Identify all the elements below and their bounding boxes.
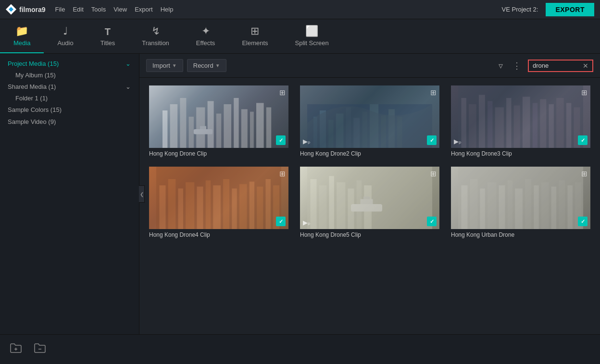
- content-area: Import ▼ Record ▼ ▿ ⋮ ✕: [139, 54, 600, 334]
- add-folder-button[interactable]: [8, 341, 24, 358]
- svg-rect-0: [162, 110, 167, 148]
- tab-transition-label: Transition: [142, 39, 169, 47]
- import-label: Import: [152, 62, 170, 69]
- svg-rect-69: [462, 185, 468, 229]
- tab-titles[interactable]: T Titles: [87, 27, 129, 53]
- svg-rect-73: [499, 185, 505, 229]
- sidebar-sample-colors-label: Sample Colors (15): [8, 106, 131, 113]
- svg-rect-13: [194, 129, 212, 134]
- tab-media[interactable]: 📁 Media: [0, 26, 44, 53]
- grid-icon: ⊞: [279, 88, 286, 97]
- svg-rect-75: [515, 189, 523, 230]
- chevron-down-icon[interactable]: ⌄: [125, 61, 131, 67]
- svg-rect-72: [488, 182, 496, 230]
- project-title: VE Project 2:: [502, 6, 538, 13]
- record-label: Record: [193, 62, 213, 69]
- svg-rect-76: [525, 179, 531, 229]
- svg-rect-40: [566, 103, 571, 148]
- svg-rect-6: [216, 114, 221, 148]
- svg-rect-79: [551, 187, 556, 229]
- grid-view-icon[interactable]: ⋮: [510, 59, 524, 73]
- media-item-4[interactable]: ⊞ ✓ Hong Kong Drone4 Clip: [149, 167, 288, 238]
- sidebar-item-sample-colors[interactable]: Sample Colors (15): [0, 104, 139, 116]
- sidebar-item-folder1[interactable]: Folder 1 (1): [0, 93, 139, 104]
- sidebar-item-sample-video[interactable]: Sample Video (9): [0, 116, 139, 128]
- media-thumb-6: ⊞ ✓: [451, 167, 590, 229]
- svg-rect-80: [559, 181, 565, 229]
- menu-edit[interactable]: Edit: [73, 6, 83, 13]
- sidebar-project-media-label: Project Media (15): [8, 60, 125, 67]
- svg-rect-46: [186, 182, 194, 230]
- menu-help[interactable]: Help: [161, 6, 174, 13]
- tab-audio-label: Audio: [57, 39, 73, 47]
- sidebar-item-project-media[interactable]: Project Media (15) ⌄: [0, 58, 139, 70]
- menu-tools[interactable]: Tools: [91, 6, 106, 13]
- svg-rect-61: [337, 182, 345, 230]
- media-label-1: Hong Kong Drone Clip: [149, 148, 288, 157]
- logo-text: filmora9: [19, 6, 45, 13]
- media-item-2[interactable]: ⊞ ▶ₚ ✓ Hong Kong Drone2 Clip: [300, 85, 439, 157]
- svg-rect-55: [266, 179, 271, 229]
- grid-icon: ⊞: [581, 170, 588, 178]
- svg-rect-36: [533, 103, 538, 148]
- menu-export[interactable]: Export: [135, 6, 153, 13]
- svg-rect-74: [508, 181, 512, 229]
- menu-file[interactable]: File: [55, 6, 65, 13]
- media-label-2: Hong Kong Drone2 Clip: [300, 148, 439, 157]
- svg-rect-67: [363, 196, 370, 199]
- remove-folder-button[interactable]: [32, 341, 48, 358]
- svg-rect-1: [170, 104, 178, 148]
- record-caret-icon: ▼: [215, 63, 220, 68]
- logo-icon: [6, 4, 16, 15]
- toolbar: Import ▼ Record ▼ ▿ ⋮ ✕: [139, 54, 600, 78]
- tab-splitscreen[interactable]: ⬜ Split Screen: [282, 26, 342, 53]
- elements-icon: ⊞: [250, 26, 259, 36]
- sidebar-item-shared-media[interactable]: Shared Media (1) ⌄: [0, 81, 139, 93]
- audio-icon: ♩: [63, 26, 68, 36]
- titles-icon: T: [105, 27, 111, 36]
- search-clear-button[interactable]: ✕: [583, 62, 588, 70]
- svg-rect-7: [224, 104, 231, 148]
- chevron-down-icon[interactable]: ⌄: [125, 84, 131, 90]
- transition-icon: ↯: [151, 26, 160, 36]
- tab-media-label: Media: [13, 39, 30, 47]
- remove-folder-icon: [34, 343, 46, 353]
- export-button[interactable]: EXPORT: [546, 3, 594, 16]
- check-badge-1: ✓: [276, 135, 286, 145]
- svg-rect-53: [250, 182, 254, 229]
- menu-bar: File Edit Tools View Export Help: [55, 6, 501, 13]
- svg-rect-27: [458, 85, 583, 148]
- tab-effects[interactable]: ✦ Effects: [183, 26, 229, 53]
- sidebar-sample-video-label: Sample Video (9): [8, 118, 131, 125]
- menu-view[interactable]: View: [113, 6, 127, 13]
- svg-rect-59: [319, 185, 327, 229]
- media-item-1[interactable]: ⊞ ✓ Hong Kong Drone Clip: [149, 85, 288, 157]
- search-input[interactable]: [533, 62, 581, 69]
- sidebar-item-my-album[interactable]: My Album (15): [0, 70, 139, 81]
- grid-icon: ⊞: [279, 170, 286, 178]
- nav-tabs: 📁 Media ♩ Audio T Titles ↯ Transition ✦ …: [0, 19, 600, 54]
- media-item-5[interactable]: ⊞ ▶ₚ ✓ Hong Kong Drone5 Clip: [300, 167, 439, 238]
- effects-icon: ✦: [201, 26, 210, 36]
- bottom-bar: [0, 334, 600, 364]
- media-thumb-4: ⊞ ✓: [149, 167, 288, 229]
- tab-elements[interactable]: ⊞ Elements: [228, 26, 281, 53]
- tab-audio[interactable]: ♩ Audio: [44, 26, 87, 53]
- play-icon: ▶ₚ: [454, 138, 462, 145]
- svg-rect-71: [480, 189, 485, 230]
- sidebar-shared-media-label: Shared Media (1): [8, 83, 125, 90]
- record-button[interactable]: Record ▼: [187, 59, 226, 72]
- media-item-3[interactable]: ⊞ ▶ₚ ✓ Hong Kong Drone3 Clip: [451, 85, 590, 157]
- media-item-6[interactable]: ⊞ ✓ Hong Kong Urban Drone: [451, 167, 590, 238]
- media-thumb-1: ⊞ ✓: [149, 85, 288, 148]
- logo: filmora9: [6, 4, 45, 15]
- svg-rect-33: [506, 98, 511, 148]
- svg-rect-51: [232, 189, 237, 230]
- media-thumb-2: ⊞ ▶ₚ ✓: [300, 85, 439, 148]
- filter-icon[interactable]: ▿: [496, 59, 506, 73]
- svg-rect-49: [213, 185, 221, 229]
- tab-elements-label: Elements: [242, 39, 268, 47]
- sidebar-collapse-handle[interactable]: ❮: [139, 185, 145, 203]
- tab-transition[interactable]: ↯ Transition: [128, 26, 183, 53]
- import-button[interactable]: Import ▼: [146, 59, 183, 72]
